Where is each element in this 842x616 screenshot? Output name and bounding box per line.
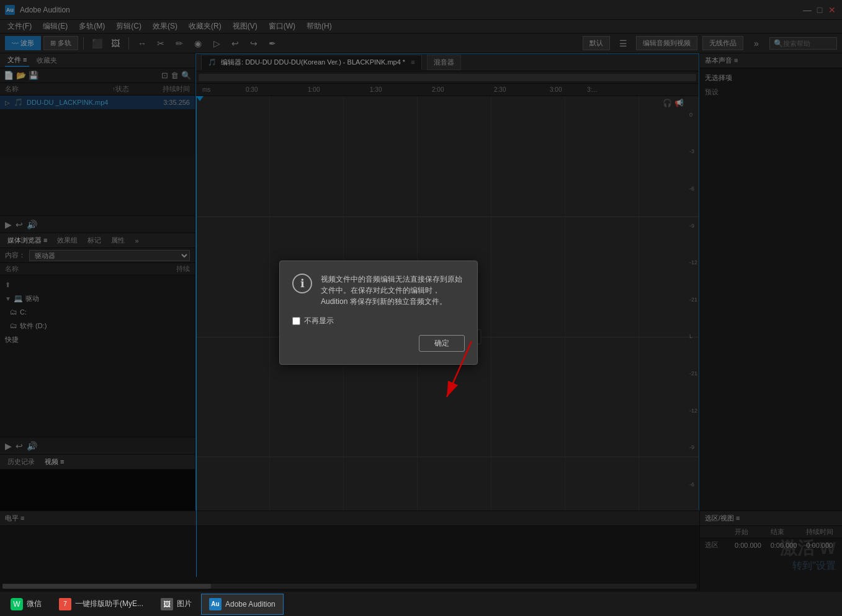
- taskbar-wechat[interactable]: W 微信: [2, 594, 50, 615]
- taskbar: W 微信 7 一键排版助手(MyE... 🖼 图片 Au Adobe Audit…: [0, 591, 842, 616]
- audition-taskbar-icon: Au: [209, 598, 222, 610]
- dialog-content: ℹ 视频文件中的音频编辑无法直接保存到原始文件中。在保存对此文件的编辑时，Aud…: [292, 274, 465, 307]
- dialog-overlay: ℹ 视频文件中的音频编辑无法直接保存到原始文件中。在保存对此文件的编辑时，Aud…: [0, 0, 842, 591]
- photos-icon: 🖼: [161, 598, 173, 610]
- taskbar-photos[interactable]: 🖼 图片: [153, 594, 200, 615]
- dont-show-checkbox[interactable]: [292, 317, 300, 325]
- wechat-icon: W: [11, 598, 23, 610]
- taskbar-helper[interactable]: 7 一键排版助手(MyE...: [51, 594, 151, 615]
- red-arrow-annotation: [434, 335, 484, 409]
- helper-icon: 7: [59, 598, 71, 610]
- wechat-label: 微信: [27, 599, 42, 609]
- audition-label: Adobe Audition: [225, 600, 275, 609]
- svg-line-1: [447, 341, 472, 397]
- photos-label: 图片: [177, 599, 192, 609]
- taskbar-audition[interactable]: Au Adobe Audition: [201, 594, 284, 615]
- dialog-message: 视频文件中的音频编辑无法直接保存到原始文件中。在保存对此文件的编辑时，Audit…: [321, 274, 465, 307]
- helper-label: 一键排版助手(MyE...: [75, 599, 143, 609]
- info-icon: ℹ: [292, 274, 312, 293]
- dont-show-label: 不再显示: [304, 316, 334, 326]
- dialog-checkbox-row: 不再显示: [292, 316, 465, 326]
